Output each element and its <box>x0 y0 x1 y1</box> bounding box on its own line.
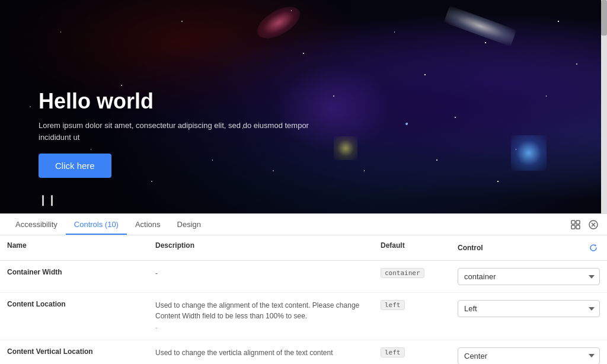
select-content-location[interactable]: Left Center Right <box>458 300 600 317</box>
svg-rect-1 <box>576 221 580 224</box>
grid-icon-button[interactable] <box>569 218 582 231</box>
select-container-width[interactable]: container full <box>458 268 600 285</box>
tab-controls[interactable]: Controls (10) <box>66 215 127 235</box>
refresh-icon <box>589 243 598 253</box>
hero-title: Hello world <box>39 89 323 114</box>
close-icon-button[interactable] <box>587 218 600 231</box>
svg-rect-2 <box>571 225 575 229</box>
cell-default-container-width: container <box>381 264 458 282</box>
tabs-bar: Accessibility Controls (10) Actions Desi… <box>0 214 607 235</box>
select-content-vertical[interactable]: Center Top Bottom <box>458 347 600 365</box>
tabs-right <box>569 218 600 231</box>
refresh-icon-button[interactable] <box>587 241 600 254</box>
tab-accessibility[interactable]: Accessibility <box>7 215 66 235</box>
cell-default-content-vertical: left <box>381 344 458 361</box>
grid-icon <box>571 220 580 229</box>
cell-desc-content-vertical-sub: - <box>155 359 371 365</box>
table-row: Container Width - container container fu… <box>0 261 607 293</box>
cell-desc-container-width: - <box>155 264 381 282</box>
scrollbar-track <box>601 0 607 213</box>
cell-desc-content-vertical: Used to change the verticla alignment of… <box>155 344 381 365</box>
table-header: Name Description Default Control <box>0 235 607 261</box>
cell-desc-content-location: Used to change the alignment of the text… <box>155 296 381 336</box>
table-row: Content Vertical Location Used to change… <box>0 340 607 365</box>
hero-section: Hello world Lorem ipsum dolor sit amet, … <box>0 0 607 213</box>
cell-desc-content-location-sub: - <box>155 323 371 333</box>
svg-rect-3 <box>576 225 580 229</box>
controls-panel: Accessibility Controls (10) Actions Desi… <box>0 213 607 364</box>
header-description: Description <box>155 239 381 257</box>
header-name: Name <box>7 239 155 257</box>
cell-control-container-width: container full <box>458 264 600 289</box>
tab-actions[interactable]: Actions <box>127 215 169 235</box>
hero-subtitle: Lorem ipsum dolor sit amet, consectetur … <box>39 120 323 143</box>
table-row: Content Location Used to change the alig… <box>0 293 607 340</box>
cell-control-content-location: Left Center Right <box>458 296 600 321</box>
table-body: Container Width - container container fu… <box>0 261 607 364</box>
cell-name-container-width: Container Width <box>7 264 155 280</box>
cell-control-content-vertical: Center Top Bottom <box>458 344 600 365</box>
scrollbar-thumb[interactable] <box>601 0 607 36</box>
svg-rect-0 <box>571 221 575 224</box>
close-icon <box>589 220 598 229</box>
hero-pause-button[interactable]: ❙❙ <box>39 193 56 206</box>
hero-content: Hello world Lorem ipsum dolor sit amet, … <box>39 89 323 178</box>
cell-default-content-location: left <box>381 296 458 314</box>
header-control: Control <box>458 239 600 257</box>
cell-name-content-location: Content Location <box>7 296 155 312</box>
header-default: Default <box>381 239 458 257</box>
tab-design[interactable]: Design <box>169 215 209 235</box>
cell-name-content-vertical: Content Vertical Location <box>7 344 155 359</box>
tabs-left: Accessibility Controls (10) Actions Desi… <box>7 215 209 234</box>
hero-cta-button[interactable]: Click here <box>39 154 111 178</box>
